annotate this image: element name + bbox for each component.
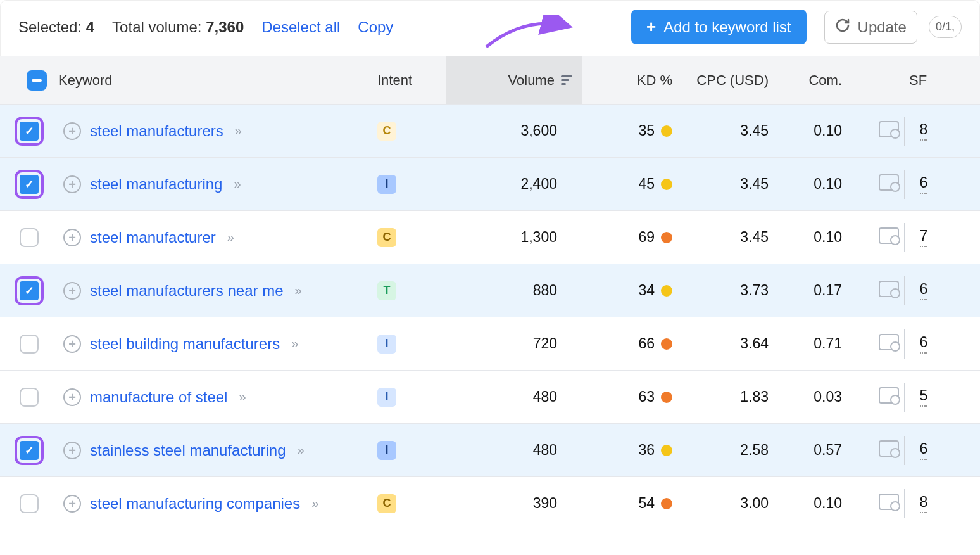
kd-value: 35 <box>638 122 655 139</box>
keyword-link[interactable]: steel manufacturers <box>90 122 223 140</box>
serp-preview-icon[interactable] <box>879 334 899 350</box>
header-volume-label: Volume <box>508 72 555 89</box>
kd-value: 69 <box>638 229 655 246</box>
com-value: 0.71 <box>774 335 847 352</box>
serp-preview-icon[interactable] <box>879 494 899 510</box>
kd-difficulty-dot-icon <box>661 232 672 243</box>
serp-preview-icon[interactable] <box>879 174 899 191</box>
copy-link[interactable]: Copy <box>358 18 393 36</box>
serp-preview-icon[interactable] <box>879 387 899 404</box>
row-checkbox[interactable] <box>20 441 39 460</box>
kd-difficulty-dot-icon <box>661 445 672 456</box>
cpc-value: 3.73 <box>677 282 774 299</box>
intent-badge: I <box>377 388 396 407</box>
expand-keyword-icon[interactable]: + <box>63 495 81 513</box>
keyword-link[interactable]: steel building manufacturers <box>90 335 280 353</box>
volume-value: 480 <box>446 388 582 405</box>
serp-preview-icon[interactable] <box>879 227 899 244</box>
intent-badge: I <box>377 335 396 354</box>
intent-badge: C <box>377 228 396 247</box>
update-button[interactable]: Update <box>824 11 917 44</box>
selected-label: Selected: <box>18 18 82 35</box>
serp-preview-icon[interactable] <box>879 440 899 457</box>
kd-value: 45 <box>638 175 655 193</box>
expand-keyword-icon[interactable]: + <box>63 175 81 193</box>
row-checkbox[interactable] <box>20 388 39 407</box>
header-kd[interactable]: KD % <box>582 72 677 89</box>
keyword-link[interactable]: steel manufacturers near me <box>90 282 283 300</box>
volume-value: 880 <box>446 282 582 299</box>
kd-difficulty-dot-icon <box>661 498 672 509</box>
expand-keyword-icon[interactable]: + <box>63 335 81 353</box>
serp-preview-icon[interactable] <box>879 281 899 297</box>
volume-value: 2,400 <box>446 175 582 193</box>
chevron-right-icon: » <box>234 177 238 191</box>
table-row: +steel manufacturing companies»C390543.0… <box>0 477 980 530</box>
com-value: 0.10 <box>774 175 847 193</box>
com-value: 0.17 <box>774 282 847 299</box>
sf-value[interactable]: 6 <box>920 174 928 194</box>
sf-value[interactable]: 5 <box>920 387 928 407</box>
volume-value: 3,600 <box>446 122 582 139</box>
keyword-link[interactable]: manufacture of steel <box>90 388 227 406</box>
sf-value[interactable]: 6 <box>920 440 928 460</box>
sf-value[interactable]: 6 <box>920 334 928 354</box>
row-checkbox[interactable] <box>20 228 39 247</box>
kd-value: 54 <box>638 495 655 512</box>
table-row: +stainless steel manufacturing»I480362.5… <box>0 424 980 477</box>
row-checkbox[interactable] <box>20 122 39 141</box>
keyword-link[interactable]: stainless steel manufacturing <box>90 442 286 459</box>
keyword-link[interactable]: steel manufacturer <box>90 229 216 246</box>
intent-badge: C <box>377 494 396 513</box>
indeterminate-checkbox-icon[interactable] <box>27 70 47 91</box>
com-value: 0.57 <box>774 442 847 459</box>
select-all-header[interactable] <box>0 70 58 91</box>
kd-value: 63 <box>638 388 655 405</box>
header-sf[interactable]: SF <box>904 72 942 89</box>
header-com[interactable]: Com. <box>774 72 847 89</box>
volume-value: 390 <box>446 495 582 512</box>
expand-keyword-icon[interactable]: + <box>63 282 81 300</box>
volume-value: 720 <box>446 335 582 352</box>
intent-badge: I <box>377 175 396 194</box>
expand-keyword-icon[interactable]: + <box>63 229 81 246</box>
kd-difficulty-dot-icon <box>661 125 672 137</box>
add-to-keyword-list-button[interactable]: + Add to keyword list <box>631 10 807 44</box>
update-counter: 0/1, <box>929 16 962 38</box>
intent-badge: T <box>377 281 396 300</box>
sf-value[interactable]: 8 <box>920 121 928 141</box>
row-checkbox[interactable] <box>20 175 39 194</box>
com-value: 0.03 <box>774 388 847 405</box>
row-checkbox[interactable] <box>20 281 39 300</box>
table-body: +steel manufacturers»C3,600353.450.108+s… <box>0 105 980 530</box>
keyword-link[interactable]: steel manufacturing companies <box>90 495 300 513</box>
serp-preview-icon[interactable] <box>879 121 899 137</box>
refresh-icon <box>835 18 850 37</box>
update-label: Update <box>858 18 907 36</box>
keyword-link[interactable]: steel manufacturing <box>90 175 222 193</box>
sf-value[interactable]: 7 <box>920 227 928 247</box>
header-intent[interactable]: Intent <box>372 72 446 89</box>
deselect-all-link[interactable]: Deselect all <box>261 18 340 36</box>
kd-difficulty-dot-icon <box>661 338 672 350</box>
chevron-right-icon: » <box>239 390 243 404</box>
intent-badge: I <box>377 441 396 460</box>
chevron-right-icon: » <box>291 336 296 351</box>
selection-toolbar: Selected: 4 Total volume: 7,360 Deselect… <box>0 0 980 56</box>
header-cpc[interactable]: CPC (USD) <box>677 72 774 89</box>
header-keyword[interactable]: Keyword <box>58 72 372 89</box>
table-row: +steel manufacturing»I2,400453.450.106 <box>0 158 980 211</box>
row-checkbox[interactable] <box>20 494 39 513</box>
expand-keyword-icon[interactable]: + <box>63 122 81 140</box>
header-volume[interactable]: Volume <box>446 56 582 104</box>
total-volume-value: 7,360 <box>206 18 244 35</box>
sf-value[interactable]: 8 <box>920 494 928 513</box>
table-row: +steel building manufacturers»I720663.64… <box>0 317 980 371</box>
expand-keyword-icon[interactable]: + <box>63 388 81 406</box>
row-checkbox[interactable] <box>20 335 39 354</box>
expand-keyword-icon[interactable]: + <box>63 442 81 459</box>
cpc-value: 3.45 <box>677 122 774 139</box>
com-value: 0.10 <box>774 495 847 512</box>
chevron-right-icon: » <box>311 496 316 511</box>
sf-value[interactable]: 6 <box>920 281 928 300</box>
